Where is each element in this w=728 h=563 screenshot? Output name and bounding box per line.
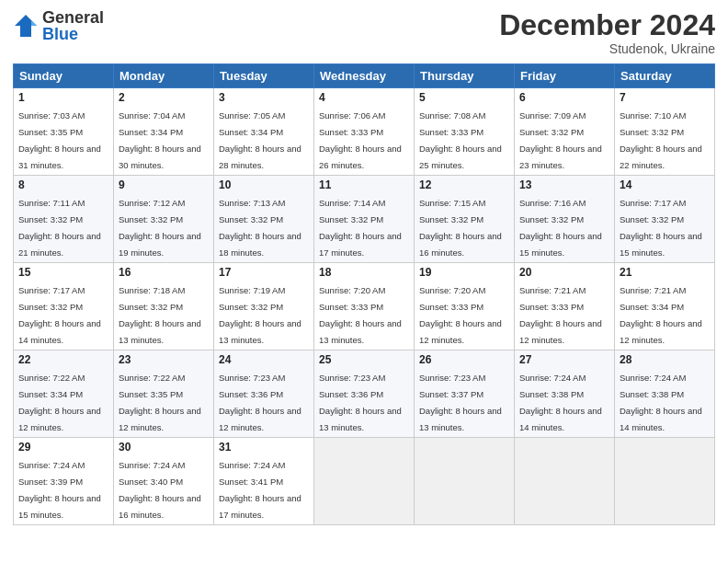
logo-general: General — [42, 9, 104, 26]
day-num-5: 5 — [419, 91, 509, 104]
logo: General Blue — [13, 9, 104, 42]
col-wednesday: Wednesday — [314, 64, 415, 88]
week-row-4: 22 Sunrise: 7:22 AM Sunset: 3:34 PM Dayl… — [14, 350, 715, 438]
page: General Blue December 2024 Studenok, Ukr… — [0, 0, 728, 563]
day-cell-7: 7 Sunrise: 7:10 AM Sunset: 3:32 PM Dayli… — [615, 88, 715, 176]
day-cell-2: 2 Sunrise: 7:04 AM Sunset: 3:34 PM Dayli… — [114, 88, 214, 176]
day-num-7: 7 — [620, 91, 710, 104]
day-num-3: 3 — [219, 91, 309, 104]
day-cell-31: 31 Sunrise: 7:24 AM Sunset: 3:41 PM Dayl… — [214, 438, 314, 525]
daylight-7: Daylight: 8 hours and 22 minutes. — [620, 144, 702, 170]
day-cell-9: 9 Sunrise: 7:12 AM Sunset: 3:32 PM Dayli… — [114, 176, 214, 263]
sunrise-3: Sunrise: 7:05 AM — [219, 110, 285, 121]
calendar-table: Sunday Monday Tuesday Wednesday Thursday… — [13, 63, 715, 525]
location: Studenok, Ukraine — [499, 41, 715, 56]
day-cell-3: 3 Sunrise: 7:05 AM Sunset: 3:34 PM Dayli… — [214, 88, 314, 176]
daylight-1: Daylight: 8 hours and 31 minutes. — [18, 144, 101, 170]
day-cell-8: 8 Sunrise: 7:11 AM Sunset: 3:32 PM Dayli… — [14, 176, 114, 263]
day-info-6: Sunrise: 7:09 AM Sunset: 3:32 PM Dayligh… — [519, 110, 602, 170]
day-cell-18: 18 Sunrise: 7:20 AM Sunset: 3:33 PM Dayl… — [314, 263, 415, 350]
sunrise-1: Sunrise: 7:03 AM — [18, 110, 85, 121]
day-cell-15: 15 Sunrise: 7:17 AM Sunset: 3:32 PM Dayl… — [14, 263, 114, 350]
logo-blue: Blue — [42, 26, 104, 42]
day-num-8: 8 — [18, 178, 108, 191]
day-cell-16: 16 Sunrise: 7:18 AM Sunset: 3:32 PM Dayl… — [114, 263, 214, 350]
week-row-1: 1 Sunrise: 7:03 AM Sunset: 3:35 PM Dayli… — [14, 88, 715, 176]
sunset-7: Sunset: 3:32 PM — [620, 127, 684, 137]
header: General Blue December 2024 Studenok, Ukr… — [13, 9, 715, 56]
col-saturday: Saturday — [615, 64, 715, 88]
month-title: December 2024 — [499, 9, 715, 41]
day-cell-19: 19 Sunrise: 7:20 AM Sunset: 3:33 PM Dayl… — [415, 263, 515, 350]
title-section: December 2024 Studenok, Ukraine — [499, 9, 715, 56]
daylight-6: Daylight: 8 hours and 23 minutes. — [519, 144, 602, 170]
calendar-header-row: Sunday Monday Tuesday Wednesday Thursday… — [14, 64, 715, 88]
day-info-2: Sunrise: 7:04 AM Sunset: 3:34 PM Dayligh… — [119, 110, 201, 170]
col-tuesday: Tuesday — [214, 64, 314, 88]
day-cell-4: 4 Sunrise: 7:06 AM Sunset: 3:33 PM Dayli… — [314, 88, 415, 176]
day-cell-23: 23 Sunrise: 7:22 AM Sunset: 3:35 PM Dayl… — [114, 350, 214, 438]
day-cell-13: 13 Sunrise: 7:16 AM Sunset: 3:32 PM Dayl… — [515, 176, 615, 263]
day-num-14: 14 — [620, 178, 710, 191]
day-num-2: 2 — [119, 91, 209, 104]
day-cell-28: 28 Sunrise: 7:24 AM Sunset: 3:38 PM Dayl… — [615, 350, 715, 438]
sunset-1: Sunset: 3:35 PM — [18, 127, 83, 137]
day-num-11: 11 — [319, 178, 409, 191]
day-cell-10: 10 Sunrise: 7:13 AM Sunset: 3:32 PM Dayl… — [214, 176, 314, 263]
day-num-13: 13 — [519, 178, 609, 191]
svg-marker-1 — [31, 20, 37, 26]
col-thursday: Thursday — [415, 64, 515, 88]
day-num-10: 10 — [219, 178, 309, 191]
week-row-2: 8 Sunrise: 7:11 AM Sunset: 3:32 PM Dayli… — [14, 176, 715, 263]
sunrise-4: Sunrise: 7:06 AM — [319, 110, 385, 121]
sunrise-2: Sunrise: 7:04 AM — [119, 110, 185, 121]
col-monday: Monday — [114, 64, 214, 88]
day-cell-14: 14 Sunrise: 7:17 AM Sunset: 3:32 PM Dayl… — [615, 176, 715, 263]
day-info-5: Sunrise: 7:08 AM Sunset: 3:33 PM Dayligh… — [419, 110, 502, 170]
empty-cell-w5-4 — [314, 438, 415, 525]
day-cell-30: 30 Sunrise: 7:24 AM Sunset: 3:40 PM Dayl… — [114, 438, 214, 525]
day-info-7: Sunrise: 7:10 AM Sunset: 3:32 PM Dayligh… — [620, 110, 702, 170]
day-num-12: 12 — [419, 178, 509, 191]
daylight-3: Daylight: 8 hours and 28 minutes. — [219, 144, 301, 170]
week-row-5: 29 Sunrise: 7:24 AM Sunset: 3:39 PM Dayl… — [14, 438, 715, 525]
col-sunday: Sunday — [14, 64, 114, 88]
day-cell-29: 29 Sunrise: 7:24 AM Sunset: 3:39 PM Dayl… — [14, 438, 114, 525]
day-cell-22: 22 Sunrise: 7:22 AM Sunset: 3:34 PM Dayl… — [14, 350, 114, 438]
daylight-4: Daylight: 8 hours and 26 minutes. — [319, 144, 402, 170]
day-cell-17: 17 Sunrise: 7:19 AM Sunset: 3:32 PM Dayl… — [214, 263, 314, 350]
logo-icon — [13, 13, 39, 39]
sunrise-7: Sunrise: 7:10 AM — [620, 110, 686, 121]
day-info-8: Sunrise: 7:11 AM Sunset: 3:32 PM Dayligh… — [18, 198, 101, 258]
daylight-2: Daylight: 8 hours and 30 minutes. — [119, 144, 201, 170]
day-cell-27: 27 Sunrise: 7:24 AM Sunset: 3:38 PM Dayl… — [515, 350, 615, 438]
empty-cell-w5-7 — [615, 438, 715, 525]
sunset-3: Sunset: 3:34 PM — [219, 127, 283, 137]
daylight-5: Daylight: 8 hours and 25 minutes. — [419, 144, 502, 170]
sunrise-5: Sunrise: 7:08 AM — [419, 110, 485, 121]
day-cell-1: 1 Sunrise: 7:03 AM Sunset: 3:35 PM Dayli… — [14, 88, 114, 176]
day-info-4: Sunrise: 7:06 AM Sunset: 3:33 PM Dayligh… — [319, 110, 402, 170]
col-friday: Friday — [515, 64, 615, 88]
empty-cell-w5-6 — [515, 438, 615, 525]
day-cell-11: 11 Sunrise: 7:14 AM Sunset: 3:32 PM Dayl… — [314, 176, 415, 263]
day-cell-24: 24 Sunrise: 7:23 AM Sunset: 3:36 PM Dayl… — [214, 350, 314, 438]
day-cell-6: 6 Sunrise: 7:09 AM Sunset: 3:32 PM Dayli… — [515, 88, 615, 176]
day-num-9: 9 — [119, 178, 209, 191]
sunrise-6: Sunrise: 7:09 AM — [519, 110, 586, 121]
day-num-1: 1 — [18, 91, 108, 104]
day-num-6: 6 — [519, 91, 609, 104]
sunset-5: Sunset: 3:33 PM — [419, 127, 483, 137]
sunset-2: Sunset: 3:34 PM — [119, 127, 183, 137]
day-cell-5: 5 Sunrise: 7:08 AM Sunset: 3:33 PM Dayli… — [415, 88, 515, 176]
day-cell-21: 21 Sunrise: 7:21 AM Sunset: 3:34 PM Dayl… — [615, 263, 715, 350]
day-cell-26: 26 Sunrise: 7:23 AM Sunset: 3:37 PM Dayl… — [415, 350, 515, 438]
day-info-1: Sunrise: 7:03 AM Sunset: 3:35 PM Dayligh… — [18, 110, 101, 170]
week-row-3: 15 Sunrise: 7:17 AM Sunset: 3:32 PM Dayl… — [14, 263, 715, 350]
day-cell-12: 12 Sunrise: 7:15 AM Sunset: 3:32 PM Dayl… — [415, 176, 515, 263]
day-info-3: Sunrise: 7:05 AM Sunset: 3:34 PM Dayligh… — [219, 110, 301, 170]
day-num-4: 4 — [319, 91, 409, 104]
logo-text: General Blue — [42, 9, 104, 42]
sunset-6: Sunset: 3:32 PM — [519, 127, 584, 137]
empty-cell-w5-5 — [415, 438, 515, 525]
